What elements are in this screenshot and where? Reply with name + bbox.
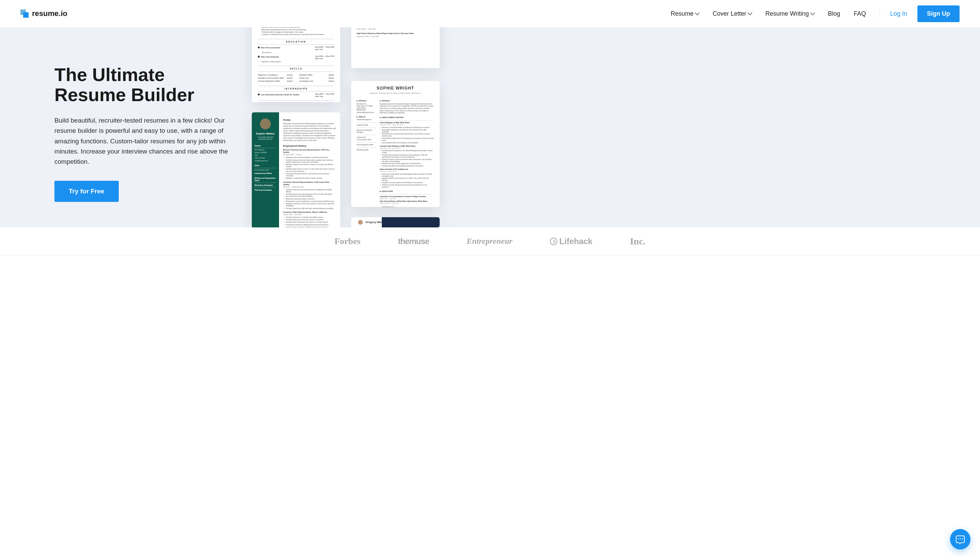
chevron-down-icon (695, 10, 700, 15)
nav-faq[interactable]: FAQ (854, 10, 866, 17)
resume-preview-2: Sophie Walton CUSTOMER SERVICE REPRESENT… (252, 112, 340, 227)
press-inc: Inc. (630, 236, 645, 247)
hero-section: The Ultimate Resume Builder Build beauti… (0, 27, 980, 227)
resume-preview-3: Answered phone calls, greeted clients, a… (351, 27, 440, 68)
lifehack-icon (550, 238, 558, 245)
hero-body: Build beautiful, recruiter-tested resume… (54, 116, 231, 167)
avatar (260, 119, 271, 129)
avatar (358, 220, 363, 225)
login-link[interactable]: Log In (890, 10, 907, 17)
header: resume.io Resume Cover Letter Resume Wri… (0, 0, 980, 27)
press-forbes: Forbes (335, 236, 361, 246)
resume-preview-5: Gregory Walls (351, 217, 440, 227)
resume-preview-4: SOPHIE WRIGHT MANAGER · WHITE PLAINS, NY… (351, 81, 440, 207)
nav-blog[interactable]: Blog (828, 10, 840, 17)
divider (879, 10, 880, 18)
logo-icon (20, 10, 28, 18)
press-bar: Forbes themuse Entrepreneur Lifehack Inc… (0, 227, 980, 255)
press-lifehack: Lifehack (550, 237, 592, 246)
nav-resume[interactable]: Resume (671, 10, 699, 17)
hero-title: The Ultimate Resume Builder (54, 64, 231, 105)
logo-text: resume.io (32, 9, 68, 18)
try-for-free-button[interactable]: Try for Free (54, 181, 119, 202)
chevron-down-icon (810, 10, 815, 15)
nav-resume-writing[interactable]: Resume Writing (765, 10, 814, 17)
main-nav: Resume Cover Letter Resume Writing Blog … (671, 5, 960, 22)
logo[interactable]: resume.io (20, 9, 68, 18)
signup-button[interactable]: Sign Up (917, 5, 960, 22)
resume-preview-1: Analyzed law in relation to the situatio… (252, 27, 340, 102)
chevron-down-icon (747, 10, 752, 15)
resume-previews: Analyzed law in relation to the situatio… (252, 27, 980, 227)
press-entrepreneur: Entrepreneur (467, 237, 513, 246)
nav-cover-letter[interactable]: Cover Letter (713, 10, 752, 17)
press-themuse: themuse (398, 237, 429, 246)
